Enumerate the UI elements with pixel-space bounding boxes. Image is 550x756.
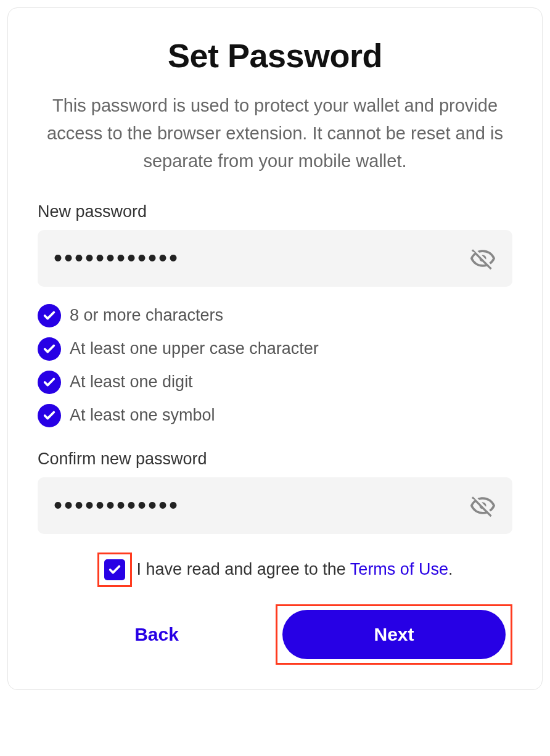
terms-text: I have read and agree to the Terms of Us… (137, 560, 453, 579)
requirement-item: At least one digit (38, 371, 512, 394)
terms-of-use-link[interactable]: Terms of Use (350, 560, 448, 578)
page-title: Set Password (38, 36, 512, 75)
new-password-label: New password (38, 202, 512, 221)
confirm-password-input[interactable] (54, 491, 469, 519)
checkbox-highlight (97, 553, 132, 587)
eye-off-icon[interactable] (469, 245, 496, 272)
requirement-text: 8 or more characters (70, 306, 223, 325)
confirm-password-label: Confirm new password (38, 450, 512, 469)
check-icon (38, 371, 61, 394)
requirement-text: At least one digit (70, 372, 193, 392)
requirement-text: At least one upper case character (70, 339, 319, 358)
back-button[interactable]: Back (134, 624, 179, 645)
check-icon (38, 404, 61, 427)
new-password-input-wrap (38, 230, 512, 287)
set-password-card: Set Password This password is used to pr… (7, 7, 543, 690)
terms-checkbox[interactable] (104, 559, 125, 580)
check-icon (38, 304, 61, 327)
confirm-password-input-wrap (38, 477, 512, 534)
eye-off-icon[interactable] (469, 492, 496, 519)
terms-suffix: . (448, 560, 453, 578)
next-button[interactable]: Next (282, 610, 506, 659)
requirement-item: At least one symbol (38, 404, 512, 427)
requirement-text: At least one symbol (70, 406, 215, 425)
page-description: This password is used to protect your wa… (38, 92, 512, 175)
requirement-item: At least one upper case character (38, 337, 512, 361)
requirement-item: 8 or more characters (38, 304, 512, 327)
check-icon (38, 337, 61, 361)
terms-row: I have read and agree to the Terms of Us… (38, 553, 512, 587)
terms-prefix: I have read and agree to the (137, 560, 350, 578)
new-password-input[interactable] (54, 244, 469, 272)
next-button-highlight: Next (276, 604, 512, 665)
password-requirements: 8 or more characters At least one upper … (38, 304, 512, 427)
footer-actions: Back Next (38, 604, 512, 665)
